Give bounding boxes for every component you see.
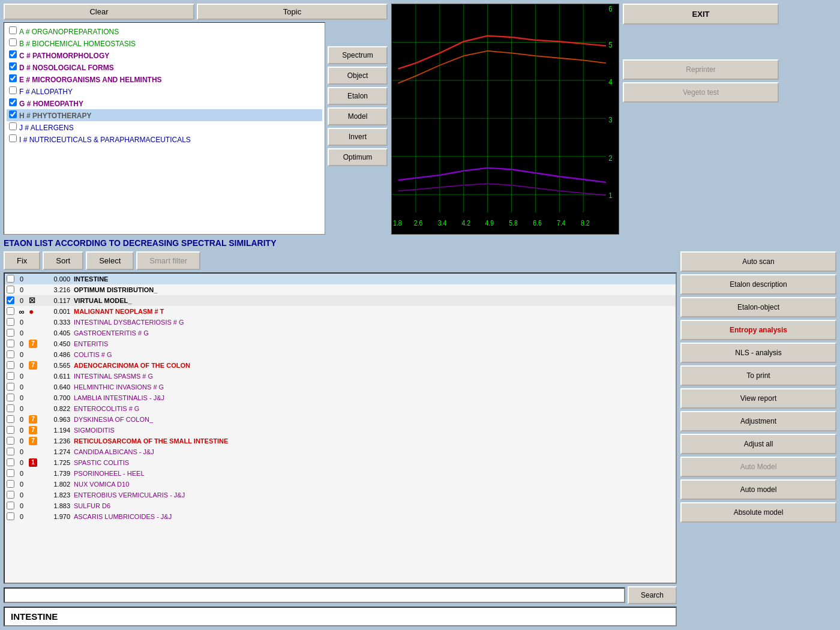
topic-item-f[interactable]: F # ALLOPATHY [7,85,322,97]
table-row[interactable]: 00.611INTESTINAL SPASMS # G [5,371,676,382]
right-btn-entropy-analysis[interactable]: Entropy analysis [680,320,836,340]
table-row[interactable]: 011.725SPASTIC COLITIS [5,457,676,468]
topic-checkbox-d[interactable] [9,62,17,70]
topic-checkbox-b[interactable] [9,38,17,46]
table-row[interactable]: 070.565ADENOCARCINOMA OF THE COLON [5,360,676,371]
topic-checkbox-j[interactable] [9,122,17,130]
row-checkbox[interactable] [7,372,14,380]
right-btn-auto-model[interactable]: Auto model [680,479,836,500]
row-checkbox[interactable] [7,448,14,455]
table-row[interactable]: ∞●0.001MALIGNANT NEOPLASM # T [5,306,676,317]
topic-button[interactable]: Topic [197,4,388,20]
row-badge [27,274,39,284]
side-btn-spectrum[interactable]: Spectrum [328,46,388,64]
table-row[interactable]: 070.963DYSKINESIA OF COLON_ [5,414,676,425]
select-button[interactable]: Select [86,251,134,270]
table-row[interactable]: 01.823ENTEROBIUS VERMICULARIS - J&J [5,490,676,500]
search-button[interactable]: Search [628,586,677,604]
sort-button[interactable]: Sort [43,251,83,270]
table-row[interactable]: 01.802NUX VOMICA D10 [5,479,676,490]
right-btn-etalon-description[interactable]: Etalon description [680,274,836,295]
right-btn-etalon-object[interactable]: Etalon-object [680,297,836,317]
smart-filter-button[interactable]: Smart filter [136,251,200,270]
topic-item-e[interactable]: E # MICROORGANISMS AND HELMINTHS [7,73,322,85]
row-checkbox[interactable] [7,394,14,401]
table-row[interactable]: 00.486COLITIS # G [5,349,676,360]
table-row[interactable]: 0☒0.117VIRTUAL MODEL_ [5,295,676,306]
table-row[interactable]: 071.194SIGMOIDITIS [5,425,676,436]
row-checkbox[interactable] [7,502,14,509]
table-row[interactable]: 01.274CANDIDA ALBICANS - J&J [5,446,676,457]
fix-button[interactable]: Fix [4,251,40,270]
row-checkbox[interactable] [7,318,14,326]
data-list[interactable]: 00.000INTESTINE03.216OPTIMUM DISTRIBUTIO… [4,272,677,584]
right-btn-to-print[interactable]: To print [680,365,836,386]
table-row[interactable]: 01.739PSORINOHEEL - HEEL [5,468,676,479]
side-btn-optimum[interactable]: Optimum [328,148,388,166]
row-checkbox[interactable] [7,480,14,488]
table-row[interactable]: 00.640HELMINTHIC INVASIONS # G [5,382,676,392]
exit-button[interactable]: EXIT [623,4,779,25]
table-row[interactable]: 00.333INTESTINAL DYSBACTERIOSIS # G [5,317,676,328]
vegeto-test-button[interactable]: Vegeto test [623,82,779,103]
topic-item-g[interactable]: G # HOMEOPATHY [7,97,322,109]
row-checkbox[interactable] [7,491,14,499]
search-input[interactable] [4,587,625,603]
row-checkbox[interactable] [7,286,14,293]
clear-button[interactable]: Clear [4,4,194,20]
table-row[interactable]: 00.700LAMBLIA INTESTINALIS - J&J [5,392,676,403]
right-btn-auto-scan[interactable]: Auto scan [680,251,836,272]
row-checkbox[interactable] [7,426,14,434]
row-checkbox[interactable] [7,512,14,520]
table-row[interactable]: 00.000INTESTINE [5,274,676,284]
topic-checkbox-h[interactable] [9,110,17,118]
topic-item-j[interactable]: J # ALLERGENS [7,121,322,133]
topic-item-d[interactable]: D # NOSOLOGICAL FORMS [7,61,322,73]
side-btn-object[interactable]: Object [328,67,388,85]
row-checkbox[interactable] [7,307,14,315]
row-checkbox[interactable] [7,383,14,391]
row-checkbox[interactable] [7,437,14,445]
row-checkbox[interactable] [7,350,14,358]
row-checkbox[interactable] [7,404,14,412]
table-row[interactable]: 070.450ENTERITIS [5,338,676,349]
side-btn-model[interactable]: Model [328,107,388,125]
right-btn-adjust-all[interactable]: Adjust all [680,434,836,454]
row-checkbox[interactable] [7,469,14,477]
row-name: DYSKINESIA OF COLON_ [72,414,676,425]
table-row[interactable]: 071.236RETICULOSARCOMA OF THE SMALL INTE… [5,436,676,446]
topic-checkbox-a[interactable] [9,26,17,34]
right-btn-adjustment[interactable]: Adjustment [680,411,836,431]
side-btn-etalon[interactable]: Etalon [328,87,388,105]
right-btn-nls-analysis[interactable]: NLS - analysis [680,343,836,363]
table-row[interactable]: 03.216OPTIMUM DISTRIBUTION_ [5,284,676,295]
reprinter-button[interactable]: Reprinter [623,59,779,80]
topic-item-h[interactable]: H # PHYTOTHERAPY [7,109,322,121]
topic-checkbox-g[interactable] [9,98,17,106]
topic-checkbox-e[interactable] [9,74,17,82]
topic-item-i[interactable]: I # NUTRICEUTICALS & PARAPHARMACEUTICALS [7,133,322,145]
right-btn-view-report[interactable]: View report [680,388,836,409]
table-row[interactable]: 00.822ENTEROCOLITIS # G [5,403,676,414]
row-checkbox[interactable] [7,340,14,347]
row-checkbox[interactable] [7,296,14,304]
row-checkbox[interactable] [7,361,14,369]
topic-checkbox-i[interactable] [9,134,17,142]
topic-item-b[interactable]: B # BIOCHEMICAL HOMEOSTASIS [7,37,322,49]
row-checkbox[interactable] [7,415,14,423]
table-row[interactable]: 01.883SULFUR D6 [5,500,676,511]
right-btn-absolute-model[interactable]: Absolute model [680,502,836,523]
topic-checkbox-c[interactable] [9,50,17,58]
row-checkbox[interactable] [7,458,14,466]
topic-checkbox-f[interactable] [9,86,17,94]
row-checkbox[interactable] [7,275,14,283]
row-checkbox[interactable] [7,329,14,337]
badge-7: 7 [29,415,37,424]
table-row[interactable]: 01.970ASCARIS LUMBRICOIDES - J&J [5,511,676,522]
row-name: INTESTINAL DYSBACTERIOSIS # G [72,317,676,328]
table-row[interactable]: 00.405GASTROENTERITIS # G [5,328,676,338]
topic-item-a[interactable]: A # ORGANOPREPARATIONS [7,25,322,37]
topic-item-c[interactable]: C # PATHOMORPHOLOGY [7,49,322,61]
row-num: 0 [16,274,27,284]
side-btn-invert[interactable]: Invert [328,128,388,146]
